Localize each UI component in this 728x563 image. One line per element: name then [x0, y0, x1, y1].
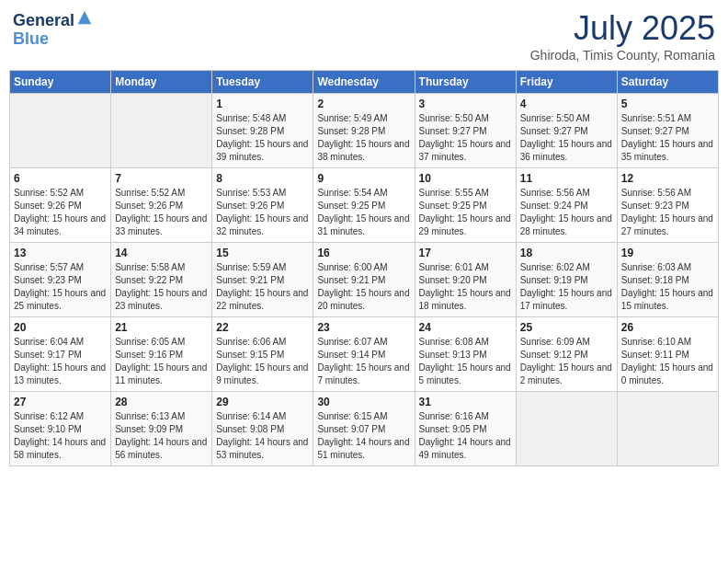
column-header-thursday: Thursday [415, 71, 516, 94]
day-info: Sunrise: 6:10 AM Sunset: 9:11 PM Dayligh… [621, 336, 714, 387]
day-number: 20 [14, 321, 107, 334]
calendar-cell: 20Sunrise: 6:04 AM Sunset: 9:17 PM Dayli… [10, 317, 111, 392]
calendar-cell: 30Sunrise: 6:15 AM Sunset: 9:07 PM Dayli… [313, 392, 415, 466]
calendar-cell: 12Sunrise: 5:56 AM Sunset: 9:23 PM Dayli… [617, 168, 718, 243]
calendar-cell: 23Sunrise: 6:07 AM Sunset: 9:14 PM Dayli… [313, 317, 415, 392]
day-number: 1 [216, 98, 309, 110]
day-number: 7 [115, 172, 208, 185]
column-header-saturday: Saturday [617, 71, 718, 94]
logo-blue-text: Blue [13, 30, 93, 49]
calendar-cell: 9Sunrise: 5:54 AM Sunset: 9:25 PM Daylig… [313, 168, 415, 243]
calendar-cell: 8Sunrise: 5:53 AM Sunset: 9:26 PM Daylig… [212, 168, 313, 243]
calendar-cell: 22Sunrise: 6:06 AM Sunset: 9:15 PM Dayli… [212, 317, 313, 392]
day-info: Sunrise: 6:08 AM Sunset: 9:13 PM Dayligh… [419, 336, 512, 387]
calendar-cell: 2Sunrise: 5:49 AM Sunset: 9:28 PM Daylig… [313, 94, 415, 168]
day-number: 29 [216, 396, 309, 408]
day-number: 25 [520, 321, 613, 334]
calendar-cell: 13Sunrise: 5:57 AM Sunset: 9:23 PM Dayli… [10, 243, 111, 317]
day-number: 14 [115, 247, 208, 259]
day-info: Sunrise: 6:09 AM Sunset: 9:12 PM Dayligh… [520, 336, 613, 387]
day-info: Sunrise: 5:50 AM Sunset: 9:27 PM Dayligh… [520, 112, 613, 164]
day-info: Sunrise: 5:50 AM Sunset: 9:27 PM Dayligh… [419, 112, 512, 164]
day-number: 3 [419, 98, 512, 110]
calendar-cell [516, 392, 617, 466]
day-number: 26 [621, 321, 714, 334]
day-info: Sunrise: 6:01 AM Sunset: 9:20 PM Dayligh… [419, 261, 512, 313]
day-number: 16 [317, 247, 410, 259]
day-number: 31 [419, 396, 512, 408]
day-number: 4 [520, 98, 613, 110]
logo-text: General [13, 9, 93, 30]
day-info: Sunrise: 5:52 AM Sunset: 9:26 PM Dayligh… [115, 187, 208, 238]
day-info: Sunrise: 5:58 AM Sunset: 9:22 PM Dayligh… [115, 261, 208, 313]
day-info: Sunrise: 6:13 AM Sunset: 9:09 PM Dayligh… [115, 410, 208, 462]
calendar-week-2: 6Sunrise: 5:52 AM Sunset: 9:26 PM Daylig… [10, 168, 719, 243]
day-info: Sunrise: 6:15 AM Sunset: 9:07 PM Dayligh… [317, 410, 410, 462]
calendar-cell: 1Sunrise: 5:48 AM Sunset: 9:28 PM Daylig… [212, 94, 313, 168]
day-number: 27 [14, 396, 107, 408]
calendar-cell: 27Sunrise: 6:12 AM Sunset: 9:10 PM Dayli… [10, 392, 111, 466]
calendar-table: SundayMondayTuesdayWednesdayThursdayFrid… [9, 70, 719, 466]
title-block: July 2025 Ghiroda, Timis County, Romania [530, 9, 715, 63]
day-number: 19 [621, 247, 714, 259]
logo-icon [76, 9, 93, 26]
month-year-title: July 2025 [530, 9, 715, 48]
day-info: Sunrise: 6:06 AM Sunset: 9:15 PM Dayligh… [216, 336, 309, 387]
day-number: 5 [621, 98, 714, 110]
calendar-cell: 3Sunrise: 5:50 AM Sunset: 9:27 PM Daylig… [415, 94, 516, 168]
day-info: Sunrise: 6:12 AM Sunset: 9:10 PM Dayligh… [14, 410, 107, 462]
calendar-cell: 31Sunrise: 6:16 AM Sunset: 9:05 PM Dayli… [415, 392, 516, 466]
calendar-cell: 21Sunrise: 6:05 AM Sunset: 9:16 PM Dayli… [111, 317, 212, 392]
column-header-friday: Friday [516, 71, 617, 94]
calendar-week-4: 20Sunrise: 6:04 AM Sunset: 9:17 PM Dayli… [10, 317, 719, 392]
day-info: Sunrise: 5:56 AM Sunset: 9:24 PM Dayligh… [520, 187, 613, 238]
calendar-cell: 5Sunrise: 5:51 AM Sunset: 9:27 PM Daylig… [617, 94, 718, 168]
day-number: 13 [14, 247, 107, 259]
calendar-week-1: 1Sunrise: 5:48 AM Sunset: 9:28 PM Daylig… [10, 94, 719, 168]
logo: General Blue [13, 9, 93, 49]
day-info: Sunrise: 5:48 AM Sunset: 9:28 PM Dayligh… [216, 112, 309, 164]
day-number: 8 [216, 172, 309, 185]
day-info: Sunrise: 6:16 AM Sunset: 9:05 PM Dayligh… [419, 410, 512, 462]
day-number: 24 [419, 321, 512, 334]
column-header-wednesday: Wednesday [313, 71, 415, 94]
calendar-cell: 17Sunrise: 6:01 AM Sunset: 9:20 PM Dayli… [415, 243, 516, 317]
column-header-tuesday: Tuesday [212, 71, 313, 94]
page-header: General Blue July 2025 Ghiroda, Timis Co… [9, 9, 719, 63]
day-number: 12 [621, 172, 714, 185]
day-info: Sunrise: 6:04 AM Sunset: 9:17 PM Dayligh… [14, 336, 107, 387]
day-info: Sunrise: 5:55 AM Sunset: 9:25 PM Dayligh… [419, 187, 512, 238]
day-info: Sunrise: 5:51 AM Sunset: 9:27 PM Dayligh… [621, 112, 714, 164]
day-info: Sunrise: 6:07 AM Sunset: 9:14 PM Dayligh… [317, 336, 410, 387]
day-number: 10 [419, 172, 512, 185]
calendar-cell [617, 392, 718, 466]
calendar-cell [10, 94, 111, 168]
calendar-cell: 4Sunrise: 5:50 AM Sunset: 9:27 PM Daylig… [516, 94, 617, 168]
day-info: Sunrise: 6:14 AM Sunset: 9:08 PM Dayligh… [216, 410, 309, 462]
day-number: 11 [520, 172, 613, 185]
day-number: 18 [520, 247, 613, 259]
calendar-cell: 28Sunrise: 6:13 AM Sunset: 9:09 PM Dayli… [111, 392, 212, 466]
day-number: 6 [14, 172, 107, 185]
calendar-cell: 15Sunrise: 5:59 AM Sunset: 9:21 PM Dayli… [212, 243, 313, 317]
day-info: Sunrise: 6:02 AM Sunset: 9:19 PM Dayligh… [520, 261, 613, 313]
day-number: 28 [115, 396, 208, 408]
column-header-monday: Monday [111, 71, 212, 94]
calendar-cell: 26Sunrise: 6:10 AM Sunset: 9:11 PM Dayli… [617, 317, 718, 392]
day-number: 17 [419, 247, 512, 259]
day-number: 2 [317, 98, 410, 110]
calendar-cell: 29Sunrise: 6:14 AM Sunset: 9:08 PM Dayli… [212, 392, 313, 466]
day-info: Sunrise: 6:05 AM Sunset: 9:16 PM Dayligh… [115, 336, 208, 387]
calendar-cell: 6Sunrise: 5:52 AM Sunset: 9:26 PM Daylig… [10, 168, 111, 243]
day-number: 23 [317, 321, 410, 334]
calendar-cell: 10Sunrise: 5:55 AM Sunset: 9:25 PM Dayli… [415, 168, 516, 243]
day-info: Sunrise: 5:54 AM Sunset: 9:25 PM Dayligh… [317, 187, 410, 238]
day-info: Sunrise: 5:52 AM Sunset: 9:26 PM Dayligh… [14, 187, 107, 238]
day-info: Sunrise: 5:57 AM Sunset: 9:23 PM Dayligh… [14, 261, 107, 313]
day-info: Sunrise: 5:49 AM Sunset: 9:28 PM Dayligh… [317, 112, 410, 164]
calendar-cell: 14Sunrise: 5:58 AM Sunset: 9:22 PM Dayli… [111, 243, 212, 317]
calendar-week-3: 13Sunrise: 5:57 AM Sunset: 9:23 PM Dayli… [10, 243, 719, 317]
calendar-cell: 18Sunrise: 6:02 AM Sunset: 9:19 PM Dayli… [516, 243, 617, 317]
calendar-cell [111, 94, 212, 168]
calendar-week-5: 27Sunrise: 6:12 AM Sunset: 9:10 PM Dayli… [10, 392, 719, 466]
